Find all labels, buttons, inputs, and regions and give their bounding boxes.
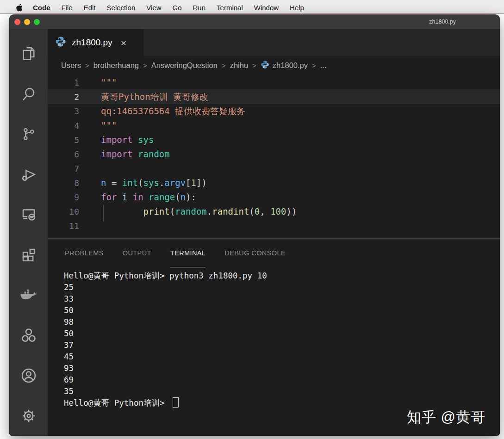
source-control-icon[interactable] <box>9 114 48 155</box>
token: , <box>260 206 270 216</box>
zoom-window-button[interactable] <box>34 19 40 25</box>
terminal-output-line: 69 <box>64 374 500 386</box>
breadcrumb-label: zhihu <box>230 61 248 70</box>
token: . <box>207 206 212 216</box>
code-line-5[interactable]: 5import sys <box>48 133 500 147</box>
breadcrumb-label: Users <box>61 61 81 70</box>
token: import <box>101 149 133 159</box>
line-number[interactable]: 10 <box>48 204 79 219</box>
terminal-output-line: 50 <box>64 305 500 316</box>
token <box>117 192 122 202</box>
code-text: qq:1465376564 提供收费答疑服务 <box>79 104 245 118</box>
terminal-cursor[interactable] <box>173 397 179 408</box>
breadcrumb-label: AnsweringQuestion <box>151 61 218 70</box>
line-number[interactable]: 5 <box>48 133 79 147</box>
code-line-3[interactable]: 3qq:1465376564 提供收费答疑服务 <box>48 104 500 118</box>
token <box>127 192 132 202</box>
breadcrumb-item-zh1800py[interactable]: zh1800.py <box>261 60 308 71</box>
token: sys <box>138 135 154 145</box>
menu-item-help[interactable]: Help <box>290 4 304 12</box>
code-text: """ <box>79 75 117 90</box>
code-editor[interactable]: 1"""2黄哥Python培训 黄哥修改3qq:1465376564 提供收费答… <box>48 74 500 238</box>
breadcrumb-item-zhihu[interactable]: zhihu <box>230 61 248 70</box>
line-number[interactable]: 4 <box>48 118 79 133</box>
token: sys <box>143 178 159 188</box>
run-and-debug-icon[interactable] <box>9 155 48 195</box>
menu-item-view[interactable]: View <box>146 4 161 12</box>
panel-tab-bar: PROBLEMSOUTPUTTERMINALDEBUG CONSOLE <box>48 239 500 267</box>
breadcrumb-separator: > <box>85 62 89 69</box>
breadcrumb-item-[interactable]: ... <box>320 61 327 70</box>
line-number[interactable]: 8 <box>48 176 79 190</box>
extensions-icon[interactable] <box>9 235 48 275</box>
breadcrumb-item-Users[interactable]: Users <box>61 61 81 70</box>
code-line-4[interactable]: 4""" <box>48 118 500 133</box>
code-line-10[interactable]: 10 print(random.randint(0, 100)) <box>48 204 500 219</box>
circles-extension-icon[interactable] <box>9 315 48 355</box>
apple-logo-icon[interactable] <box>16 4 23 12</box>
tab-close-icon[interactable]: × <box>121 38 126 48</box>
menu-item-code[interactable]: Code <box>33 4 50 12</box>
code-line-7[interactable]: 7 <box>48 161 500 176</box>
panel-tab-output[interactable]: OUTPUT <box>123 239 151 267</box>
code-text: """ <box>79 118 117 133</box>
token: in <box>133 192 143 202</box>
token: argv <box>164 178 186 188</box>
explorer-icon[interactable] <box>9 34 48 74</box>
code-line-6[interactable]: 6import random <box>48 147 500 161</box>
token: random <box>175 206 207 216</box>
macos-menu-bar: CodeFileEditSelectionViewGoRunTerminalWi… <box>0 0 504 14</box>
vscode-window: zh1800.py <box>9 14 500 436</box>
token: ( <box>170 206 175 216</box>
code-line-11[interactable]: 11 <box>48 219 500 233</box>
menu-item-edit[interactable]: Edit <box>84 4 96 12</box>
panel-tab-problems[interactable]: PROBLEMS <box>65 239 104 267</box>
remote-explorer-icon[interactable] <box>9 195 48 235</box>
panel-tab-debug-console[interactable]: DEBUG CONSOLE <box>224 239 286 267</box>
line-number[interactable]: 7 <box>48 161 79 176</box>
token: ( <box>175 192 180 202</box>
code-text <box>79 161 101 176</box>
breadcrumb-label: zh1800.py <box>273 61 308 70</box>
docker-icon[interactable] <box>9 275 48 315</box>
line-number[interactable]: 9 <box>48 190 79 204</box>
minimize-window-button[interactable] <box>24 19 30 25</box>
search-icon[interactable] <box>9 74 48 114</box>
line-number[interactable]: 6 <box>48 147 79 161</box>
accounts-icon[interactable] <box>9 355 48 396</box>
window-titlebar[interactable]: zh1800.py <box>9 15 500 29</box>
traffic-lights <box>14 19 40 25</box>
code-line-2[interactable]: 2黄哥Python培训 黄哥修改 <box>48 90 500 104</box>
breadcrumb-separator: > <box>312 62 316 69</box>
breadcrumb-item-brotherhuang[interactable]: brotherhuang <box>93 61 139 70</box>
menu-item-file[interactable]: File <box>62 4 73 12</box>
token: random <box>138 149 170 159</box>
settings-gear-icon[interactable] <box>9 396 48 436</box>
code-line-9[interactable]: 9for i in range(n): <box>48 190 500 204</box>
line-number[interactable]: 11 <box>48 219 79 233</box>
breadcrumb-label: brotherhuang <box>93 61 139 70</box>
line-number[interactable]: 1 <box>48 75 79 90</box>
token: ): <box>186 192 196 202</box>
tab-zh1800-py[interactable]: zh1800.py × <box>48 29 143 56</box>
code-text: 黄哥Python培训 黄哥修改 <box>79 90 208 104</box>
token: ]) <box>196 178 207 188</box>
code-line-8[interactable]: 8n = int(sys.argv[1]) <box>48 176 500 190</box>
terminal-command-line: Hello@黄哥 Python培训> python3 zh1800.py 10 <box>64 270 500 282</box>
menu-item-go[interactable]: Go <box>173 4 182 12</box>
code-line-1[interactable]: 1""" <box>48 75 500 90</box>
line-number[interactable]: 2 <box>48 90 79 104</box>
code-text: import random <box>79 147 170 161</box>
token: qq:1465376564 提供收费答疑服务 <box>101 106 245 116</box>
menu-item-window[interactable]: Window <box>254 4 279 12</box>
line-number[interactable]: 3 <box>48 104 79 118</box>
breadcrumb-item-AnsweringQuestion[interactable]: AnsweringQuestion <box>151 61 218 70</box>
menu-item-selection[interactable]: Selection <box>107 4 136 12</box>
menu-item-terminal[interactable]: Terminal <box>217 4 243 12</box>
token: n <box>101 178 106 188</box>
python-icon <box>261 60 269 71</box>
token <box>133 135 138 145</box>
panel-tab-terminal[interactable]: TERMINAL <box>170 239 206 267</box>
menu-item-run[interactable]: Run <box>193 4 206 12</box>
close-window-button[interactable] <box>14 19 20 25</box>
